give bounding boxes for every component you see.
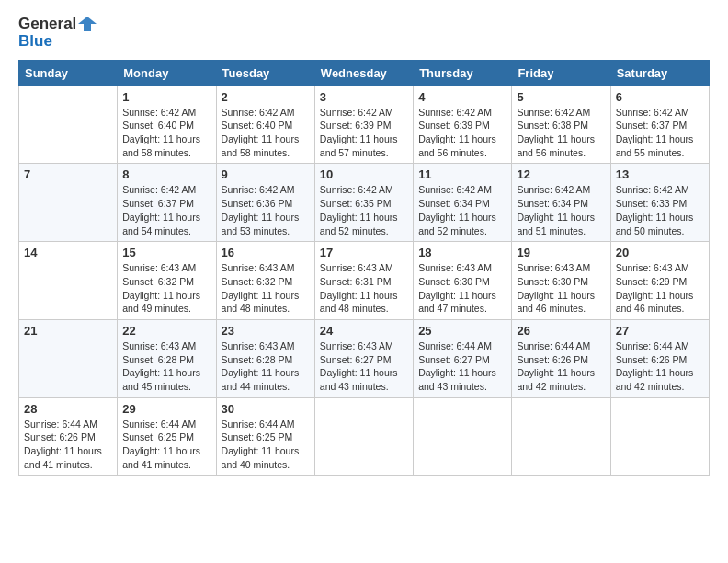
day-number: 10 [320, 167, 408, 181]
svg-marker-0 [78, 17, 97, 31]
day-number: 18 [418, 246, 506, 259]
calendar-cell: 6Sunrise: 6:42 AM Sunset: 6:37 PM Daylig… [610, 86, 709, 164]
calendar-cell: 16Sunrise: 6:43 AM Sunset: 6:32 PM Dayli… [216, 242, 314, 320]
logo-bird-icon [78, 15, 97, 33]
day-info: Sunrise: 6:43 AM Sunset: 6:27 PM Dayligh… [320, 339, 408, 394]
day-info: Sunrise: 6:42 AM Sunset: 6:36 PM Dayligh… [222, 183, 310, 237]
calendar-week-row: 28Sunrise: 6:44 AM Sunset: 6:26 PM Dayli… [19, 397, 710, 476]
day-number: 27 [616, 324, 704, 338]
day-number: 1 [122, 90, 210, 104]
calendar-cell: 10Sunrise: 6:42 AM Sunset: 6:35 PM Dayli… [314, 164, 413, 242]
day-number: 25 [418, 324, 506, 338]
day-info: Sunrise: 6:44 AM Sunset: 6:26 PM Dayligh… [517, 339, 605, 394]
day-number: 11 [418, 167, 506, 181]
calendar-week-row: 2122Sunrise: 6:43 AM Sunset: 6:28 PM Day… [19, 319, 710, 397]
day-info: Sunrise: 6:44 AM Sunset: 6:25 PM Dayligh… [222, 418, 310, 472]
day-number: 29 [122, 402, 210, 416]
calendar-cell [610, 397, 709, 476]
calendar-cell: 4Sunrise: 6:42 AM Sunset: 6:39 PM Daylig… [414, 86, 512, 164]
day-info: Sunrise: 6:43 AM Sunset: 6:32 PM Dayligh… [122, 261, 210, 316]
calendar-cell: 23Sunrise: 6:43 AM Sunset: 6:28 PM Dayli… [216, 319, 314, 397]
calendar-cell: 3Sunrise: 6:42 AM Sunset: 6:39 PM Daylig… [314, 86, 413, 164]
day-number: 22 [122, 324, 210, 338]
day-info: Sunrise: 6:44 AM Sunset: 6:26 PM Dayligh… [616, 339, 704, 394]
day-info: Sunrise: 6:43 AM Sunset: 6:28 PM Dayligh… [222, 339, 310, 394]
day-info: Sunrise: 6:42 AM Sunset: 6:34 PM Dayligh… [418, 183, 506, 237]
calendar-cell: 19Sunrise: 6:43 AM Sunset: 6:30 PM Dayli… [512, 242, 610, 320]
day-number: 30 [222, 402, 310, 416]
calendar-cell: 22Sunrise: 6:43 AM Sunset: 6:28 PM Dayli… [118, 319, 216, 397]
calendar-cell: 18Sunrise: 6:43 AM Sunset: 6:30 PM Dayli… [414, 242, 512, 320]
calendar-cell: 13Sunrise: 6:42 AM Sunset: 6:33 PM Dayli… [610, 164, 709, 242]
day-info: Sunrise: 6:44 AM Sunset: 6:25 PM Dayligh… [122, 418, 210, 472]
day-header-saturday: Saturday [610, 60, 709, 86]
day-info: Sunrise: 6:43 AM Sunset: 6:30 PM Dayligh… [517, 261, 605, 316]
day-number: 16 [222, 246, 310, 259]
calendar-header-row: SundayMondayTuesdayWednesdayThursdayFrid… [19, 60, 710, 86]
day-info: Sunrise: 6:42 AM Sunset: 6:37 PM Dayligh… [616, 106, 704, 160]
calendar-cell: 30Sunrise: 6:44 AM Sunset: 6:25 PM Dayli… [216, 397, 314, 476]
day-info: Sunrise: 6:42 AM Sunset: 6:39 PM Dayligh… [320, 106, 408, 160]
day-header-tuesday: Tuesday [216, 60, 314, 86]
day-number: 19 [517, 246, 605, 259]
day-number: 15 [122, 246, 210, 259]
day-header-monday: Monday [118, 60, 216, 86]
day-number: 17 [320, 246, 408, 259]
day-number: 9 [222, 167, 310, 181]
calendar-week-row: 1415Sunrise: 6:43 AM Sunset: 6:32 PM Day… [19, 242, 710, 320]
day-number: 5 [517, 90, 605, 104]
calendar-cell [19, 86, 118, 164]
day-number: 20 [616, 246, 704, 259]
calendar-cell: 25Sunrise: 6:44 AM Sunset: 6:27 PM Dayli… [414, 319, 512, 397]
day-number: 4 [418, 90, 506, 104]
calendar-cell: 24Sunrise: 6:43 AM Sunset: 6:27 PM Dayli… [314, 319, 413, 397]
day-number: 6 [616, 90, 704, 104]
calendar-cell: 21 [19, 319, 118, 397]
calendar-cell: 28Sunrise: 6:44 AM Sunset: 6:26 PM Dayli… [19, 397, 118, 476]
day-number: 14 [24, 246, 112, 259]
calendar-cell: 7 [19, 164, 118, 242]
day-info: Sunrise: 6:42 AM Sunset: 6:33 PM Dayligh… [616, 183, 704, 237]
calendar-cell: 20Sunrise: 6:43 AM Sunset: 6:29 PM Dayli… [610, 242, 709, 320]
calendar-cell: 1Sunrise: 6:42 AM Sunset: 6:40 PM Daylig… [118, 86, 216, 164]
calendar-cell: 15Sunrise: 6:43 AM Sunset: 6:32 PM Dayli… [118, 242, 216, 320]
calendar-cell: 2Sunrise: 6:42 AM Sunset: 6:40 PM Daylig… [216, 86, 314, 164]
header: General Blue [18, 15, 710, 51]
day-header-sunday: Sunday [19, 60, 118, 86]
calendar-cell [414, 397, 512, 476]
calendar-cell: 11Sunrise: 6:42 AM Sunset: 6:34 PM Dayli… [414, 164, 512, 242]
calendar-week-row: 78Sunrise: 6:42 AM Sunset: 6:37 PM Dayli… [19, 164, 710, 242]
day-number: 26 [517, 324, 605, 338]
logo-general: General [18, 16, 76, 33]
day-number: 8 [122, 167, 210, 181]
logo-blue: Blue [18, 33, 97, 51]
day-info: Sunrise: 6:42 AM Sunset: 6:38 PM Dayligh… [517, 106, 605, 160]
calendar-cell: 27Sunrise: 6:44 AM Sunset: 6:26 PM Dayli… [610, 319, 709, 397]
calendar-cell: 29Sunrise: 6:44 AM Sunset: 6:25 PM Dayli… [118, 397, 216, 476]
day-number: 12 [517, 167, 605, 181]
day-info: Sunrise: 6:42 AM Sunset: 6:37 PM Dayligh… [122, 183, 210, 237]
day-info: Sunrise: 6:43 AM Sunset: 6:30 PM Dayligh… [418, 261, 506, 316]
calendar-cell: 12Sunrise: 6:42 AM Sunset: 6:34 PM Dayli… [512, 164, 610, 242]
day-info: Sunrise: 6:43 AM Sunset: 6:32 PM Dayligh… [222, 261, 310, 316]
calendar-week-row: 1Sunrise: 6:42 AM Sunset: 6:40 PM Daylig… [19, 86, 710, 164]
day-info: Sunrise: 6:44 AM Sunset: 6:27 PM Dayligh… [418, 339, 506, 394]
day-number: 28 [24, 402, 112, 416]
day-number: 3 [320, 90, 408, 104]
calendar-cell: 5Sunrise: 6:42 AM Sunset: 6:38 PM Daylig… [512, 86, 610, 164]
calendar-table: SundayMondayTuesdayWednesdayThursdayFrid… [18, 60, 710, 477]
calendar-cell: 26Sunrise: 6:44 AM Sunset: 6:26 PM Dayli… [512, 319, 610, 397]
day-header-friday: Friday [512, 60, 610, 86]
day-header-wednesday: Wednesday [314, 60, 413, 86]
calendar-cell: 8Sunrise: 6:42 AM Sunset: 6:37 PM Daylig… [118, 164, 216, 242]
day-number: 13 [616, 167, 704, 181]
day-info: Sunrise: 6:43 AM Sunset: 6:31 PM Dayligh… [320, 261, 408, 316]
day-number: 2 [222, 90, 310, 104]
day-info: Sunrise: 6:42 AM Sunset: 6:35 PM Dayligh… [320, 183, 408, 237]
day-info: Sunrise: 6:44 AM Sunset: 6:26 PM Dayligh… [24, 418, 112, 472]
day-info: Sunrise: 6:42 AM Sunset: 6:40 PM Dayligh… [122, 106, 210, 160]
day-number: 23 [222, 324, 310, 338]
day-number: 21 [24, 324, 112, 338]
calendar-cell: 17Sunrise: 6:43 AM Sunset: 6:31 PM Dayli… [314, 242, 413, 320]
day-info: Sunrise: 6:42 AM Sunset: 6:40 PM Dayligh… [222, 106, 310, 160]
